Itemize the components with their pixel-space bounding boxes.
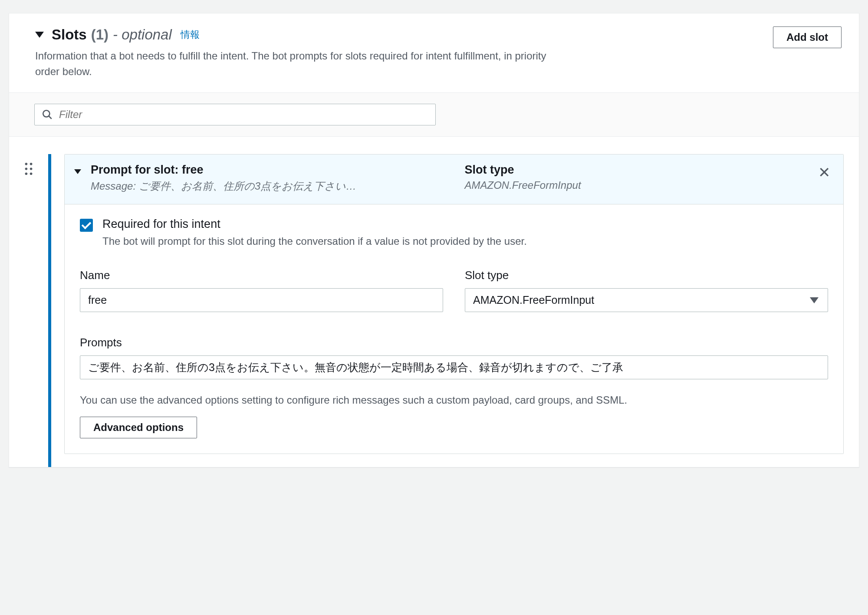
advanced-options-button[interactable]: Advanced options <box>80 417 197 438</box>
slot-row: Prompt for slot: free Message: ご要件、お名前、住… <box>9 137 859 467</box>
required-description: The bot will prompt for this slot during… <box>102 234 527 249</box>
slot-type-value: AMAZON.FreeFormInput <box>465 179 809 191</box>
slot-header-message: Message: ご要件、お名前、住所の3点をお伝え下さい… <box>91 179 435 193</box>
slot-type-label: Slot type <box>465 163 809 177</box>
section-title: Slots <box>52 26 87 43</box>
slot-card: Prompt for slot: free Message: ご要件、お名前、住… <box>64 154 844 454</box>
slot-collapse-caret-icon[interactable] <box>74 169 81 174</box>
svg-point-5 <box>30 168 33 170</box>
close-icon[interactable]: ✕ <box>818 163 830 180</box>
slot-header-title: Prompt for slot: free <box>91 163 435 177</box>
drag-handle-icon[interactable] <box>25 163 33 175</box>
collapse-caret-icon[interactable] <box>35 32 44 38</box>
slots-panel: Slots (1) - optional 情報 Information that… <box>9 13 859 467</box>
svg-point-0 <box>43 110 49 117</box>
prompts-input[interactable] <box>80 355 828 379</box>
svg-point-7 <box>30 172 33 175</box>
filter-bar <box>9 93 859 137</box>
info-link[interactable]: 情報 <box>181 28 200 41</box>
svg-line-1 <box>49 116 52 119</box>
prompts-label: Prompts <box>80 336 828 349</box>
search-icon <box>42 109 53 120</box>
advanced-helper-text: You can use the advanced options setting… <box>80 392 828 408</box>
required-checkbox[interactable] <box>80 219 93 232</box>
name-field-label: Name <box>80 269 443 282</box>
filter-input[interactable] <box>59 109 428 121</box>
name-input[interactable] <box>80 288 443 312</box>
slots-header: Slots (1) - optional 情報 Information that… <box>9 13 859 93</box>
section-count: (1) <box>91 26 108 43</box>
svg-point-4 <box>25 168 28 170</box>
slot-type-field-label: Slot type <box>465 269 828 282</box>
section-optional: - optional <box>113 26 172 43</box>
active-indicator <box>48 154 51 467</box>
slot-type-select[interactable] <box>465 288 828 312</box>
add-slot-button[interactable]: Add slot <box>773 26 842 48</box>
svg-point-6 <box>25 172 28 175</box>
slot-card-header: Prompt for slot: free Message: ご要件、お名前、住… <box>65 155 843 204</box>
slot-body: Required for this intent The bot will pr… <box>65 204 843 454</box>
section-description: Information that a bot needs to fulfill … <box>35 48 556 79</box>
filter-input-wrap[interactable] <box>34 104 436 125</box>
svg-point-2 <box>25 163 28 165</box>
svg-point-3 <box>30 163 33 165</box>
required-label: Required for this intent <box>102 217 527 231</box>
